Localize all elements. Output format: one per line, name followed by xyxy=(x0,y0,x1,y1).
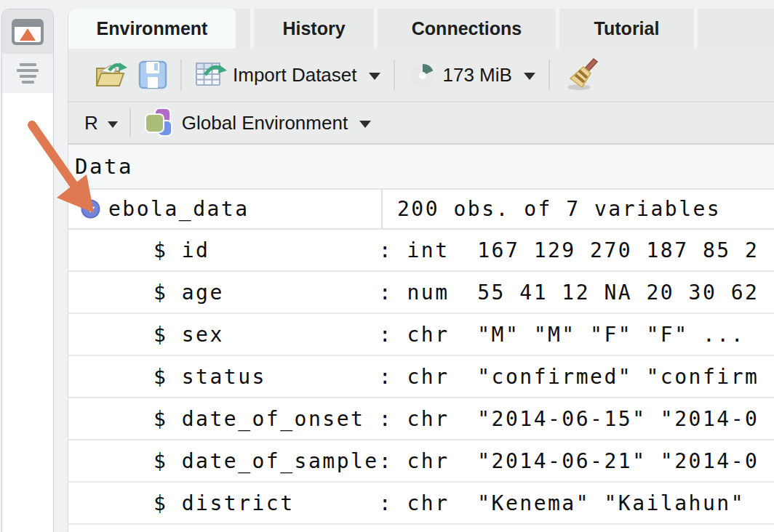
object-row-ebola-data[interactable]: ebola_data 200 obs. of 7 variables xyxy=(68,190,774,230)
language-select-button[interactable]: R xyxy=(84,112,118,134)
variable-row-age: $ age : num 55 41 12 NA 20 30 62 xyxy=(68,272,774,314)
object-summary-cell: 200 obs. of 7 variables xyxy=(381,190,774,228)
plot-pane-button[interactable] xyxy=(2,9,53,54)
save-icon xyxy=(138,60,167,89)
tabstrip-filler xyxy=(698,9,774,49)
tab-connections-label: Connections xyxy=(412,18,522,39)
tab-history[interactable]: History xyxy=(254,9,374,49)
variable-summary: : num 55 41 12 NA 20 30 62 xyxy=(379,281,759,305)
variable-row-date-of-onset: $ date_of_onset : chr "2014-06-15" "2014… xyxy=(68,398,774,440)
import-table-icon xyxy=(195,60,227,89)
variable-name: $ age xyxy=(153,281,379,305)
variable-row-district: $ district : chr "Kenema" "Kailahun" xyxy=(68,483,774,525)
chevron-down-icon xyxy=(108,121,118,128)
tab-tutorial-label: Tutorial xyxy=(594,18,660,39)
environment-select-button[interactable]: Global Environment xyxy=(143,107,371,139)
plot-window-icon xyxy=(12,19,44,45)
global-environment-icon xyxy=(143,107,175,139)
tab-environment-label: Environment xyxy=(97,18,208,39)
variable-name: $ id xyxy=(153,238,379,262)
memory-usage-label: 173 MiB xyxy=(443,64,512,86)
environment-toolbar: Import Dataset 173 MiB xyxy=(68,49,774,102)
tab-tutorial[interactable]: Tutorial xyxy=(559,9,694,49)
pane-switcher-sidebar xyxy=(1,9,54,532)
clear-objects-button[interactable] xyxy=(563,58,598,92)
data-section-header: Data xyxy=(68,145,774,190)
outline-lines-icon xyxy=(17,63,39,84)
outline-pane-button[interactable] xyxy=(2,54,53,93)
variable-summary: : int 167 129 270 187 85 2 xyxy=(379,238,759,262)
environment-pane: Environment History Connections Tutorial xyxy=(68,9,774,532)
memory-pie-icon xyxy=(408,60,437,89)
expand-toggle-icon[interactable] xyxy=(81,199,100,219)
variable-row-id: $ id : int 167 129 270 187 85 2 xyxy=(68,230,774,272)
chevron-down-icon xyxy=(369,73,380,80)
environment-name-label: Global Environment xyxy=(182,112,348,134)
variable-summary: : chr "confirmed" "confirm xyxy=(379,365,759,389)
variable-summary: : chr "M" "M" "F" "F" ... xyxy=(379,323,745,347)
toolbar-separator xyxy=(394,60,395,90)
chevron-down-icon xyxy=(359,121,371,128)
object-name-cell: ebola_data xyxy=(68,190,381,228)
variable-summary: : chr "Kenema" "Kailahun" xyxy=(379,491,759,515)
import-dataset-button[interactable]: Import Dataset xyxy=(195,60,380,89)
variable-row-status: $ status : chr "confirmed" "confirm xyxy=(68,356,774,398)
tab-connections[interactable]: Connections xyxy=(378,9,556,49)
tab-environment[interactable]: Environment xyxy=(68,9,236,49)
variable-summary: : chr "2014-06-15" "2014-0 xyxy=(379,407,759,431)
tab-history-label: History xyxy=(282,18,345,39)
toolbar-separator xyxy=(548,60,550,90)
toolbar-separator xyxy=(129,108,131,137)
variable-name: $ sex xyxy=(153,323,379,347)
save-workspace-button[interactable] xyxy=(138,60,167,89)
object-name: ebola_data xyxy=(108,197,250,221)
chevron-down-icon xyxy=(524,73,535,80)
variable-row-sex: $ sex : chr "M" "M" "F" "F" ... xyxy=(68,314,774,356)
object-summary: 200 obs. of 7 variables xyxy=(397,197,721,221)
broom-icon xyxy=(563,58,598,92)
data-section-label: Data xyxy=(75,154,133,179)
import-dataset-label: Import Dataset xyxy=(233,64,357,86)
variable-row-date-of-sample: $ date_of_sample: chr "2014-06-21" "2014… xyxy=(68,440,774,483)
open-folder-icon xyxy=(95,60,128,90)
pane-switcher-top xyxy=(2,9,53,93)
language-label: R xyxy=(84,112,98,134)
toolbar-separator xyxy=(180,60,182,90)
orange-triangle-icon xyxy=(20,28,36,41)
load-workspace-button[interactable] xyxy=(95,60,128,90)
variable-name: $ date_of_sample xyxy=(153,449,379,473)
variable-summary: : chr "2014-06-21" "2014-0 xyxy=(379,449,759,473)
variable-name: $ date_of_onset xyxy=(153,407,379,431)
memory-usage-button[interactable]: 173 MiB xyxy=(408,60,535,89)
variable-name: $ district xyxy=(153,491,379,515)
tabstrip-spacer xyxy=(236,9,250,49)
variable-name: $ status xyxy=(153,365,379,389)
environment-selector-bar: R Global Environment xyxy=(68,102,774,145)
pane-tabstrip: Environment History Connections Tutorial xyxy=(68,9,774,49)
